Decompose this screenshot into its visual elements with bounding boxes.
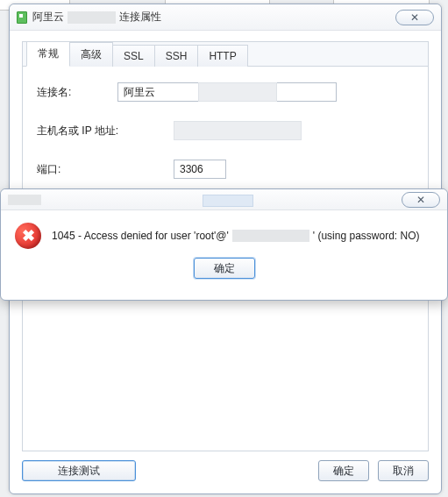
row-host: 主机名或 IP 地址: (37, 121, 414, 140)
tab-label: HTTP (209, 50, 236, 62)
close-icon: ✕ (416, 194, 425, 206)
error-button-row: 确定 (1, 254, 447, 288)
tab-label: 高级 (81, 48, 102, 60)
error-close-button[interactable]: ✕ (402, 192, 440, 208)
error-dialog: ✕ ✖ 1045 - Access denied for user 'root'… (0, 188, 448, 301)
host-input-redacted[interactable] (174, 121, 302, 140)
tab-http[interactable]: HTTP (197, 45, 247, 67)
row-port: 端口: (37, 160, 414, 179)
error-ok-button[interactable]: 确定 (194, 258, 255, 279)
app-icon (17, 11, 27, 24)
button-label: 连接测试 (58, 464, 100, 479)
button-label: 确定 (214, 261, 235, 276)
test-connection-button[interactable]: 连接测试 (22, 460, 136, 481)
button-label: 确定 (333, 464, 354, 479)
tab-ssl[interactable]: SSL (112, 45, 155, 67)
tab-ssh[interactable]: SSH (154, 45, 199, 67)
button-label: 取消 (393, 464, 414, 479)
redacted-text (68, 11, 116, 24)
titlebar: 阿里云 连接属性 ✕ (10, 4, 441, 31)
error-titlebar: ✕ (1, 189, 447, 210)
window-title-suffix: 连接属性 (119, 10, 161, 25)
cancel-button[interactable]: 取消 (378, 460, 429, 481)
host-label: 主机名或 IP 地址: (37, 124, 174, 138)
tab-strip: 常规 高级 SSL SSH HTTP (23, 42, 428, 67)
error-message-prefix: 1045 - Access denied for user 'root'@' (52, 230, 229, 242)
tab-general[interactable]: 常规 (26, 41, 70, 67)
window-close-button[interactable]: ✕ (395, 10, 434, 25)
tab-label: SSL (124, 50, 144, 62)
port-label: 端口: (37, 162, 174, 177)
tab-label: 常规 (38, 47, 59, 60)
tab-advanced[interactable]: 高级 (69, 42, 113, 67)
connection-name-label: 连接名: (37, 85, 117, 100)
redacted-text (203, 195, 253, 207)
error-body: ✖ 1045 - Access denied for user 'root'@'… (1, 210, 447, 254)
ok-button[interactable]: 确定 (318, 460, 369, 481)
tab-label: SSH (166, 50, 188, 62)
dialog-button-bar: 连接测试 确定 取消 (22, 457, 429, 485)
redacted-text (232, 230, 309, 242)
window-title-prefix: 阿里云 (32, 10, 64, 25)
error-icon: ✖ (15, 223, 41, 249)
connection-name-input[interactable] (117, 82, 337, 102)
error-message: 1045 - Access denied for user 'root'@' '… (52, 230, 420, 242)
redacted-text (8, 195, 41, 205)
close-icon: ✕ (410, 11, 419, 24)
row-connection-name: 连接名: (37, 82, 414, 102)
port-input[interactable] (174, 160, 226, 179)
error-message-suffix: ' (using password: NO) (313, 230, 420, 242)
